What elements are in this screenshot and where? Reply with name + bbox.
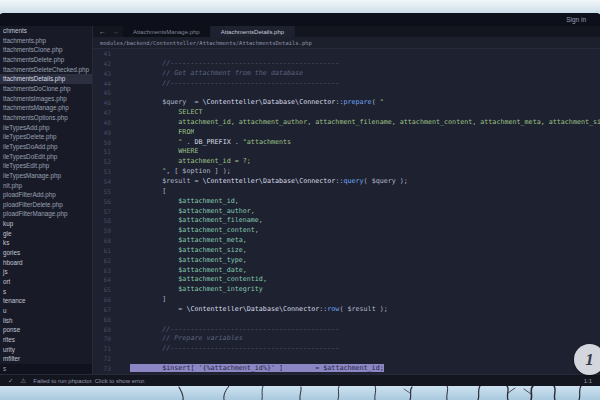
code-text[interactable]: $query = \Contentteller\Database\Connect… [111,98,384,108]
code-text[interactable]: //--------------------------------------… [111,59,339,69]
code-line[interactable]: 61 $attachment_size, [93,246,600,256]
cursor-position[interactable]: 1:1 [584,378,592,384]
code-text[interactable]: attachment_id, attachment_author, attach… [111,118,600,128]
code-text[interactable]: $attachment_integrity [111,285,263,295]
code-text[interactable]: ", [ $option ] ); [111,167,231,177]
file-item[interactable]: u [0,306,92,316]
code-text[interactable] [111,354,130,364]
code-text[interactable]: //--------------------------------------… [111,325,339,335]
code-text[interactable]: $attachment_contentid, [111,275,267,285]
code-text[interactable]: $result = \Contentteller\Database\Connec… [111,177,408,187]
code-line[interactable]: 58 $attachment_filename, [93,216,600,226]
code-text[interactable]: FROM [111,128,194,138]
code-line[interactable]: 68 [93,315,600,325]
file-item[interactable]: kup [0,219,92,229]
file-item[interactable]: hboard [0,258,92,268]
breadcrumb[interactable]: modules/backend/Contentteller/Attachment… [100,40,312,46]
file-item[interactable]: ileTypesManage.php [0,171,92,181]
code-text[interactable]: WHERE [111,147,198,157]
code-text[interactable] [111,49,130,59]
file-item[interactable]: ileTypesDoAdd.php [0,142,92,152]
code-line[interactable]: 51 WHERE [93,147,600,157]
code-line[interactable]: 49 FROM [93,128,600,138]
warning-icon[interactable]: ⚠ [20,378,26,385]
code-line[interactable]: 56 $attachment_id, [93,197,600,207]
file-item[interactable]: ileTypesDoEdit.php [0,152,92,162]
file-item[interactable]: ileTypesAdd.php [0,123,92,133]
code-text[interactable]: //--------------------------------------… [111,344,339,354]
file-item[interactable]: mfilter [0,354,92,364]
file-item[interactable]: nit.php [0,181,92,191]
code-line[interactable]: 44 //-----------------------------------… [93,79,600,89]
code-text[interactable]: ] [111,295,166,305]
code-line[interactable]: 67 = \Contentteller\Database\Connector::… [93,305,600,315]
sign-in-button[interactable]: Sign in [566,16,586,23]
file-item[interactable]: ttachmentsDelete.php [0,55,92,65]
code-line[interactable]: 69 //-----------------------------------… [93,325,600,335]
code-line[interactable]: 52 attachment_id = ?; [93,157,600,167]
code-text[interactable]: " . DB_PREFIX . "attachments [111,138,291,148]
file-item[interactable]: chments [0,26,92,36]
file-item[interactable]: js [0,267,92,277]
file-item[interactable]: s [0,364,92,374]
back-icon[interactable]: ← [99,28,106,35]
code-text[interactable] [111,88,130,98]
file-item[interactable]: ploadFilterDelete.php [0,200,92,210]
code-line[interactable]: 72 [93,354,600,364]
code-line[interactable]: 70 // Prepare variables [93,334,600,344]
code-line[interactable]: 65 $attachment_integrity [93,285,600,295]
code-text[interactable]: $attachment_date, [111,266,247,276]
code-text[interactable]: $attachment_meta, [111,236,247,246]
file-item[interactable]: ks [0,238,92,248]
code-line[interactable]: 57 $attachment_author, [93,207,600,217]
code-line[interactable]: 71 //-----------------------------------… [93,344,600,354]
file-item[interactable]: ttachmentsOptions.php [0,113,92,123]
code-line[interactable]: 66 ] [93,295,600,305]
file-item[interactable]: ploadFilterAdd.php [0,190,92,200]
code-line[interactable]: 42 //-----------------------------------… [93,59,600,69]
file-item[interactable]: s [0,287,92,297]
code-line[interactable]: 59 $attachment_content, [93,226,600,236]
tab-attachmentsmanage[interactable]: AttachmentsManage.php [123,26,211,37]
code-text[interactable]: $attachment_content, [111,226,259,236]
code-line[interactable]: 48 attachment_id, attachment_author, att… [93,118,600,128]
file-item[interactable]: lish [0,316,92,326]
selected-code-text[interactable]: $insert[ '{%attachment_id%}' ] = $attach… [111,364,384,374]
file-item[interactable]: ttachmentsManage.php [0,103,92,113]
code-line[interactable]: 54 $result = \Contentteller\Database\Con… [93,177,600,187]
code-line[interactable]: 46 $query = \Contentteller\Database\Conn… [93,98,600,108]
file-item[interactable]: urity [0,345,92,355]
code-text[interactable]: $attachment_size, [111,246,247,256]
file-item[interactable]: gories [0,248,92,258]
code-text[interactable]: //--------------------------------------… [111,79,339,89]
code-text[interactable]: attachment_id = ?; [111,157,251,167]
code-text[interactable]: // Get attachment from the database [111,69,303,79]
code-line[interactable]: 45 [93,88,600,98]
file-item[interactable]: ileTypesDelete.php [0,132,92,142]
code-line[interactable]: 60 $attachment_meta, [93,236,600,246]
code-line[interactable]: 41 [93,49,600,59]
code-text[interactable]: = \Contentteller\Database\Connector::row… [111,305,388,315]
file-item[interactable]: ttachmentsDeleteChecked.php [0,65,92,75]
tab-attachmentsdetails[interactable]: AttachmentsDetails.php [211,26,295,37]
code-text[interactable]: [ [111,187,166,197]
file-item[interactable]: rites [0,335,92,345]
code-line[interactable]: 43 // Get attachment from the database [93,69,600,79]
code-text[interactable]: SELECT [111,108,203,118]
code-line[interactable]: 64 $attachment_contentid, [93,275,600,285]
file-item[interactable]: ttachmentsDoClone.php [0,84,92,94]
code-text[interactable]: $attachment_type, [111,256,247,266]
forward-icon[interactable]: → [112,28,119,35]
code-text[interactable]: $attachment_author, [111,207,255,217]
code-text[interactable] [111,315,130,325]
code-line[interactable]: 62 $attachment_type, [93,256,600,266]
code-line[interactable]: 50 " . DB_PREFIX . "attachments [93,138,600,148]
code-line[interactable]: 53 ", [ $option ] ); [93,167,600,177]
code-text[interactable]: $attachment_filename, [111,216,263,226]
code-editor[interactable]: 4142 //---------------------------------… [93,49,600,374]
code-line[interactable]: 63 $attachment_date, [93,266,600,276]
file-item[interactable]: ttachmentsImages.php [0,94,92,104]
file-item[interactable]: gle [0,229,92,239]
check-icon[interactable]: ✓ [8,378,13,385]
code-line[interactable]: 73 $insert[ '{%attachment_id%}' ] = $att… [93,364,600,374]
